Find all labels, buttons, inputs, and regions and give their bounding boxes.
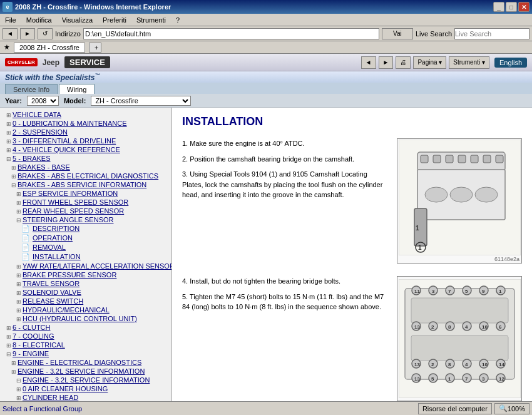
- menu-file[interactable]: File: [3, 16, 19, 24]
- toolbar-btn-2[interactable]: ►: [379, 56, 394, 69]
- model-label: Model:: [64, 97, 86, 105]
- english-button[interactable]: English: [494, 58, 527, 68]
- menu-strumenti[interactable]: Strumenti: [134, 16, 168, 24]
- toolbar-pagina[interactable]: Pagina ▾: [413, 56, 446, 69]
- tab-wiring[interactable]: Wiring: [59, 84, 95, 94]
- chrysler-text: CHRYSLER: [8, 59, 35, 65]
- diagram-2: 11 3 7 5 9 1 13: [397, 276, 522, 401]
- tree-item-cooling[interactable]: ⊞7 - COOLING: [1, 332, 170, 341]
- svg-rect-7: [483, 155, 491, 163]
- instruction-text-col-1: 1. Make sure the engine is at 40° ATDC. …: [182, 138, 389, 269]
- tree-item-steering-angle[interactable]: ⊟STEERING ANGLE SENSOR: [1, 215, 170, 224]
- svg-point-11: [450, 187, 473, 202]
- tree-item-rear-wheel[interactable]: ⊞REAR WHEEL SPEED SENSOR: [1, 207, 170, 215]
- instruction-5: 5. Tighten the M7 45 (short) bolts to 15…: [182, 292, 389, 312]
- status-bar: Select a Functional Group Risorse del co…: [0, 401, 532, 415]
- svg-text:1: 1: [418, 244, 422, 251]
- tree-item-electrical[interactable]: ⊞8 - ELECTRICAL: [1, 341, 170, 349]
- tree-item-engine-elec[interactable]: ⊞ENGINE - ELECTRICAL DIAGNOSTICS: [1, 358, 170, 367]
- tree-item-differential[interactable]: ⊞3 - DIFFERENTIAL & DRIVELINE: [1, 136, 170, 145]
- status-functional-group[interactable]: Select a Functional Group: [3, 405, 413, 412]
- diagram-col-1: 1 1 61148e2a: [397, 138, 522, 269]
- tree-item-installation-sub[interactable]: 📄INSTALLATION: [1, 252, 170, 262]
- svg-rect-3: [433, 155, 441, 163]
- model-select[interactable]: ZH - Crossfire: [91, 96, 191, 106]
- new-tab-button[interactable]: +: [89, 43, 101, 53]
- tree-item-brakes-base[interactable]: ⊞BRAKES - BASE: [1, 163, 170, 172]
- tree-item-yaw-rate[interactable]: ⊞YAW RATE/LATERAL ACCELERATION SENSOR: [1, 262, 170, 270]
- tab-label: 2008 ZH - Crossfire: [19, 44, 79, 51]
- instruction-1: 1. Make sure the engine is at 40° ATDC.: [182, 138, 389, 149]
- tree-item-engine-3-2l[interactable]: ⊞ENGINE - 3.2L SERVICE INFORMATION: [1, 367, 170, 376]
- diagram-2-svg: 11 3 7 5 9 1 13: [399, 279, 521, 398]
- close-button[interactable]: ✕: [518, 2, 529, 12]
- svg-text:10: 10: [482, 362, 488, 367]
- tab-service-info[interactable]: Service Info: [5, 84, 58, 94]
- tree-item-description[interactable]: 📄DESCRIPTION: [1, 224, 170, 233]
- search-input[interactable]: [454, 28, 529, 39]
- tree-item-vehicle-quick[interactable]: ⊞4 - VEHICLE QUICK REFERENCE: [1, 145, 170, 154]
- minimize-button[interactable]: _: [493, 2, 504, 12]
- toolbar-print[interactable]: 🖨: [396, 56, 411, 69]
- svg-rect-19: [411, 298, 508, 323]
- diagram-col-2: 11 3 7 5 9 1 13: [397, 276, 522, 401]
- year-model-bar: Year: 2008 Model: ZH - Crossfire: [0, 94, 532, 108]
- tree-item-suspension[interactable]: ⊞2 - SUSPENSION: [1, 128, 170, 136]
- tree-item-brakes-abs-svc[interactable]: ⊟BRAKES - ABS SERVICE INFORMATION: [1, 180, 170, 189]
- maximize-button[interactable]: □: [506, 2, 517, 12]
- diagram-1-label: 61148e2a: [493, 255, 521, 263]
- tree-item-travel-sensor[interactable]: ⊞TRAVEL SENSOR: [1, 279, 170, 288]
- tree-item-solenoid[interactable]: ⊞SOLENOID VALVE: [1, 288, 170, 297]
- address-input[interactable]: [83, 28, 379, 39]
- svg-text:13: 13: [414, 324, 420, 330]
- forward-button[interactable]: ►: [20, 28, 35, 39]
- diagram-1: 1 1 61148e2a: [397, 138, 522, 264]
- year-select[interactable]: 2008: [27, 96, 59, 106]
- tree-item-brake-pressure[interactable]: ⊞BRAKE PRESSURE SENSOR: [1, 270, 170, 279]
- svg-rect-5: [458, 155, 466, 163]
- tree-item-engine[interactable]: ⊟9 - ENGINE: [1, 349, 170, 358]
- tree-item-hcu[interactable]: ⊞HCU (HYDRAULIC CONTROL UNIT): [1, 314, 170, 323]
- tree-item-release-switch[interactable]: ⊞RELEASE SWITCH: [1, 297, 170, 305]
- tree-item-front-wheel[interactable]: ⊞FRONT WHEEL SPEED SENSOR: [1, 198, 170, 207]
- tree-item-lubrication[interactable]: ⊞0 - LUBRICATION & MAINTENANCE: [1, 119, 170, 128]
- ie-icon: e: [3, 2, 13, 12]
- toolbar-strumenti[interactable]: Strumenti ▾: [449, 56, 489, 69]
- svg-text:5: 5: [465, 289, 468, 294]
- instruction-4: 4. Install, but do not tighten the beari…: [182, 276, 389, 287]
- instruction-text-col-2: 4. Install, but do not tighten the beari…: [182, 276, 389, 401]
- tree-item-hydraulic-mech[interactable]: ⊞HYDRAULIC/MECHANICAL: [1, 305, 170, 314]
- chrysler-logo: CHRYSLER: [5, 58, 38, 66]
- svg-text:7: 7: [465, 376, 468, 382]
- back-button[interactable]: ◄: [3, 28, 18, 39]
- tree-item-brakes[interactable]: ⊟5 - BRAKES: [1, 154, 170, 163]
- toolbar-btn-1[interactable]: ◄: [361, 56, 376, 69]
- tree-item-air-cleaner[interactable]: ⊞0 AIR CLEANER HOUSING: [1, 384, 170, 393]
- instruction-2: 2. Position the camshaft bearing bridge …: [182, 154, 389, 165]
- tree-item-esp[interactable]: ⊞ESP SERVICE INFORMATION: [1, 189, 170, 198]
- menu-preferiti[interactable]: Preferiti: [100, 16, 129, 24]
- content-section-2: 4. Install, but do not tighten the beari…: [182, 276, 522, 401]
- tree-item-engine-3-2l-2[interactable]: ⊟ENGINE - 3.2L SERVICE INFORMATION: [1, 376, 170, 384]
- links-label: ★: [4, 43, 10, 51]
- refresh-button[interactable]: ↺: [38, 28, 53, 39]
- menu-help[interactable]: ?: [173, 16, 182, 24]
- menu-visualizza[interactable]: Visualizza: [59, 16, 95, 24]
- svg-text:10: 10: [482, 324, 488, 330]
- tree-item-clutch[interactable]: ⊞6 - CLUTCH: [1, 323, 170, 332]
- svg-text:6: 6: [499, 324, 502, 330]
- svg-text:13: 13: [414, 376, 420, 382]
- menu-modifica[interactable]: Modifica: [24, 16, 54, 24]
- tree-item-operation[interactable]: 📄OPERATION: [1, 233, 170, 243]
- tree-item-vehicle-data[interactable]: ⊞VEHICLE DATA: [1, 110, 170, 119]
- tree-item-brakes-abs-elec[interactable]: ⊞BRAKES - ABS ELECTRICAL DIAGNOSTICS: [1, 172, 170, 180]
- go-button[interactable]: Vai: [382, 28, 413, 39]
- tree-item-removal-sub[interactable]: 📄REMOVAL: [1, 243, 170, 252]
- browser-tab[interactable]: 2008 ZH - Crossfire: [14, 43, 85, 53]
- specialists-text: Stick with the Specialists™: [5, 73, 100, 82]
- zoom-value: 100%: [508, 405, 525, 412]
- svg-rect-6: [471, 155, 478, 163]
- status-zoom: 🔍 100%: [494, 403, 529, 414]
- tree-item-cylinder-head[interactable]: ⊞CYLINDER HEAD: [1, 393, 170, 401]
- svg-text:3: 3: [432, 289, 435, 294]
